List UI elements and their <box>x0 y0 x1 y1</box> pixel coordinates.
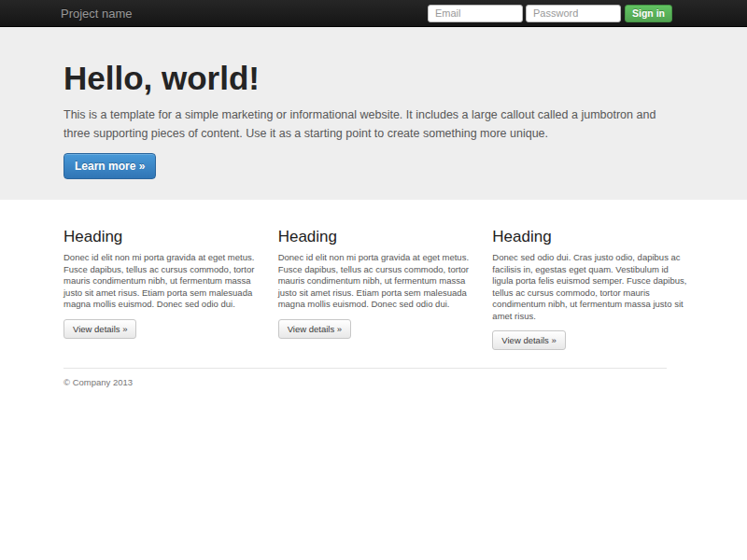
column-heading: Heading <box>492 228 689 246</box>
column-1: Heading Donec id elit non mi porta gravi… <box>63 228 261 350</box>
column-heading: Heading <box>63 228 261 246</box>
copyright-text: © Company 2013 <box>63 377 667 387</box>
view-details-button-2[interactable]: View details » <box>278 319 351 339</box>
footer-divider <box>63 368 667 369</box>
column-3: Heading Donec sed odio dui. Cras justo o… <box>492 228 689 350</box>
column-heading: Heading <box>278 228 475 246</box>
marketing-columns: Heading Donec id elit non mi porta gravi… <box>63 228 689 350</box>
password-field[interactable] <box>526 5 621 22</box>
jumbotron-container: Hello, world! This is a template for a s… <box>63 61 667 179</box>
jumbotron-lead: This is a template for a simple marketin… <box>63 105 667 143</box>
jumbotron: Hello, world! This is a template for a s… <box>0 27 747 200</box>
learn-more-button[interactable]: Learn more » <box>63 153 156 179</box>
navbar-inner: Project name Sign in <box>61 0 672 26</box>
main-content: Heading Donec id elit non mi porta gravi… <box>0 228 747 387</box>
email-field[interactable] <box>428 5 523 22</box>
page-title: Hello, world! <box>63 61 667 96</box>
column-2: Heading Donec id elit non mi porta gravi… <box>278 228 475 350</box>
sign-in-button[interactable]: Sign in <box>625 5 672 22</box>
view-details-button-3[interactable]: View details » <box>492 330 565 350</box>
view-details-button-1[interactable]: View details » <box>63 319 136 339</box>
footer: © Company 2013 <box>63 368 667 387</box>
column-body: Donec id elit non mi porta gravida at eg… <box>278 252 475 311</box>
column-body: Donec id elit non mi porta gravida at eg… <box>63 252 261 311</box>
navbar: Project name Sign in <box>0 0 747 27</box>
signin-form: Sign in <box>425 5 672 22</box>
brand-link[interactable]: Project name <box>61 7 133 21</box>
column-body: Donec sed odio dui. Cras justo odio, dap… <box>492 252 689 322</box>
